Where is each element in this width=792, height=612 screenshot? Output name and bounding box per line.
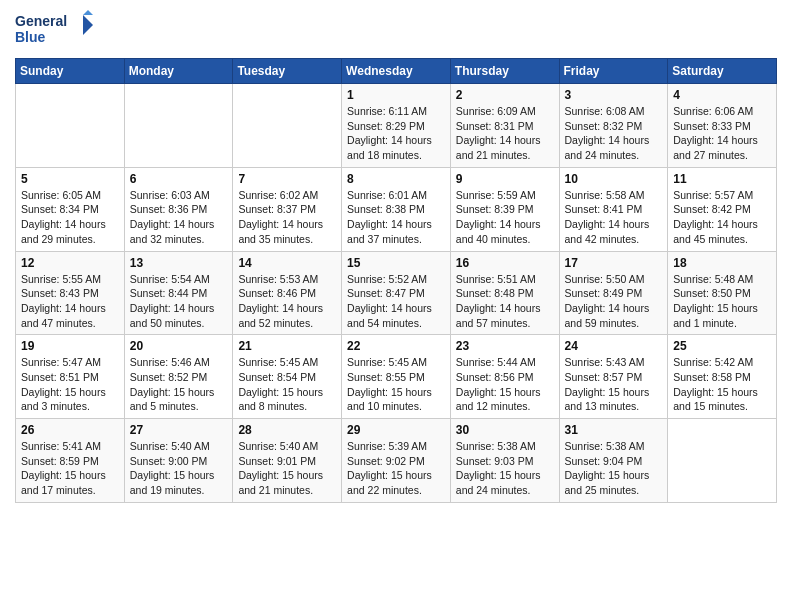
calendar-table: SundayMondayTuesdayWednesdayThursdayFrid… [15,58,777,503]
day-info: Sunrise: 5:52 AMSunset: 8:47 PMDaylight:… [347,272,445,331]
day-number: 15 [347,256,445,270]
weekday-header: Saturday [668,59,777,84]
day-info: Sunrise: 5:45 AMSunset: 8:55 PMDaylight:… [347,355,445,414]
day-number: 6 [130,172,228,186]
calendar-cell [124,84,233,168]
day-number: 5 [21,172,119,186]
calendar-cell: 28Sunrise: 5:40 AMSunset: 9:01 PMDayligh… [233,419,342,503]
calendar-cell: 29Sunrise: 5:39 AMSunset: 9:02 PMDayligh… [342,419,451,503]
weekday-header: Monday [124,59,233,84]
day-number: 11 [673,172,771,186]
day-info: Sunrise: 6:02 AMSunset: 8:37 PMDaylight:… [238,188,336,247]
calendar-cell: 5Sunrise: 6:05 AMSunset: 8:34 PMDaylight… [16,167,125,251]
day-number: 19 [21,339,119,353]
day-number: 28 [238,423,336,437]
calendar-cell: 1Sunrise: 6:11 AMSunset: 8:29 PMDaylight… [342,84,451,168]
calendar-cell: 6Sunrise: 6:03 AMSunset: 8:36 PMDaylight… [124,167,233,251]
weekday-header: Thursday [450,59,559,84]
day-number: 14 [238,256,336,270]
calendar-cell: 15Sunrise: 5:52 AMSunset: 8:47 PMDayligh… [342,251,451,335]
day-number: 3 [565,88,663,102]
day-info: Sunrise: 5:47 AMSunset: 8:51 PMDaylight:… [21,355,119,414]
day-number: 12 [21,256,119,270]
day-info: Sunrise: 5:38 AMSunset: 9:04 PMDaylight:… [565,439,663,498]
calendar-cell: 25Sunrise: 5:42 AMSunset: 8:58 PMDayligh… [668,335,777,419]
day-number: 9 [456,172,554,186]
day-number: 13 [130,256,228,270]
calendar-cell: 12Sunrise: 5:55 AMSunset: 8:43 PMDayligh… [16,251,125,335]
calendar-cell: 23Sunrise: 5:44 AMSunset: 8:56 PMDayligh… [450,335,559,419]
calendar-cell: 10Sunrise: 5:58 AMSunset: 8:41 PMDayligh… [559,167,668,251]
weekday-header: Sunday [16,59,125,84]
day-number: 7 [238,172,336,186]
day-info: Sunrise: 6:09 AMSunset: 8:31 PMDaylight:… [456,104,554,163]
day-number: 16 [456,256,554,270]
logo: GeneralBlue [15,10,95,50]
calendar-header-row: SundayMondayTuesdayWednesdayThursdayFrid… [16,59,777,84]
calendar-week-row: 26Sunrise: 5:41 AMSunset: 8:59 PMDayligh… [16,419,777,503]
svg-marker-2 [83,15,93,35]
calendar-cell: 8Sunrise: 6:01 AMSunset: 8:38 PMDaylight… [342,167,451,251]
day-number: 25 [673,339,771,353]
day-info: Sunrise: 5:40 AMSunset: 9:01 PMDaylight:… [238,439,336,498]
day-info: Sunrise: 6:08 AMSunset: 8:32 PMDaylight:… [565,104,663,163]
day-info: Sunrise: 5:40 AMSunset: 9:00 PMDaylight:… [130,439,228,498]
svg-text:General: General [15,13,67,29]
calendar-cell: 3Sunrise: 6:08 AMSunset: 8:32 PMDaylight… [559,84,668,168]
day-number: 2 [456,88,554,102]
calendar-cell: 4Sunrise: 6:06 AMSunset: 8:33 PMDaylight… [668,84,777,168]
day-info: Sunrise: 5:45 AMSunset: 8:54 PMDaylight:… [238,355,336,414]
day-info: Sunrise: 5:54 AMSunset: 8:44 PMDaylight:… [130,272,228,331]
day-number: 1 [347,88,445,102]
day-number: 22 [347,339,445,353]
calendar-cell: 26Sunrise: 5:41 AMSunset: 8:59 PMDayligh… [16,419,125,503]
day-info: Sunrise: 5:41 AMSunset: 8:59 PMDaylight:… [21,439,119,498]
calendar-cell: 11Sunrise: 5:57 AMSunset: 8:42 PMDayligh… [668,167,777,251]
day-number: 29 [347,423,445,437]
day-number: 18 [673,256,771,270]
day-info: Sunrise: 6:11 AMSunset: 8:29 PMDaylight:… [347,104,445,163]
calendar-cell: 31Sunrise: 5:38 AMSunset: 9:04 PMDayligh… [559,419,668,503]
calendar-cell: 21Sunrise: 5:45 AMSunset: 8:54 PMDayligh… [233,335,342,419]
day-number: 26 [21,423,119,437]
day-info: Sunrise: 5:58 AMSunset: 8:41 PMDaylight:… [565,188,663,247]
calendar-cell [233,84,342,168]
day-info: Sunrise: 6:05 AMSunset: 8:34 PMDaylight:… [21,188,119,247]
day-info: Sunrise: 5:48 AMSunset: 8:50 PMDaylight:… [673,272,771,331]
day-info: Sunrise: 5:50 AMSunset: 8:49 PMDaylight:… [565,272,663,331]
day-number: 21 [238,339,336,353]
calendar-week-row: 5Sunrise: 6:05 AMSunset: 8:34 PMDaylight… [16,167,777,251]
calendar-cell: 9Sunrise: 5:59 AMSunset: 8:39 PMDaylight… [450,167,559,251]
day-number: 27 [130,423,228,437]
weekday-header: Wednesday [342,59,451,84]
logo-svg: GeneralBlue [15,10,95,50]
day-info: Sunrise: 5:46 AMSunset: 8:52 PMDaylight:… [130,355,228,414]
page-header: GeneralBlue [15,10,777,50]
calendar-cell: 18Sunrise: 5:48 AMSunset: 8:50 PMDayligh… [668,251,777,335]
day-number: 31 [565,423,663,437]
day-number: 20 [130,339,228,353]
calendar-cell: 7Sunrise: 6:02 AMSunset: 8:37 PMDaylight… [233,167,342,251]
calendar-cell: 14Sunrise: 5:53 AMSunset: 8:46 PMDayligh… [233,251,342,335]
day-info: Sunrise: 5:42 AMSunset: 8:58 PMDaylight:… [673,355,771,414]
day-number: 24 [565,339,663,353]
day-info: Sunrise: 5:38 AMSunset: 9:03 PMDaylight:… [456,439,554,498]
calendar-cell: 16Sunrise: 5:51 AMSunset: 8:48 PMDayligh… [450,251,559,335]
calendar-week-row: 1Sunrise: 6:11 AMSunset: 8:29 PMDaylight… [16,84,777,168]
day-info: Sunrise: 6:06 AMSunset: 8:33 PMDaylight:… [673,104,771,163]
day-info: Sunrise: 5:44 AMSunset: 8:56 PMDaylight:… [456,355,554,414]
day-number: 8 [347,172,445,186]
day-info: Sunrise: 5:57 AMSunset: 8:42 PMDaylight:… [673,188,771,247]
svg-marker-3 [83,10,93,15]
day-number: 10 [565,172,663,186]
calendar-cell: 27Sunrise: 5:40 AMSunset: 9:00 PMDayligh… [124,419,233,503]
day-info: Sunrise: 5:43 AMSunset: 8:57 PMDaylight:… [565,355,663,414]
calendar-cell [668,419,777,503]
day-number: 30 [456,423,554,437]
weekday-header: Tuesday [233,59,342,84]
calendar-cell: 20Sunrise: 5:46 AMSunset: 8:52 PMDayligh… [124,335,233,419]
calendar-week-row: 19Sunrise: 5:47 AMSunset: 8:51 PMDayligh… [16,335,777,419]
day-number: 4 [673,88,771,102]
day-info: Sunrise: 5:51 AMSunset: 8:48 PMDaylight:… [456,272,554,331]
calendar-cell: 22Sunrise: 5:45 AMSunset: 8:55 PMDayligh… [342,335,451,419]
